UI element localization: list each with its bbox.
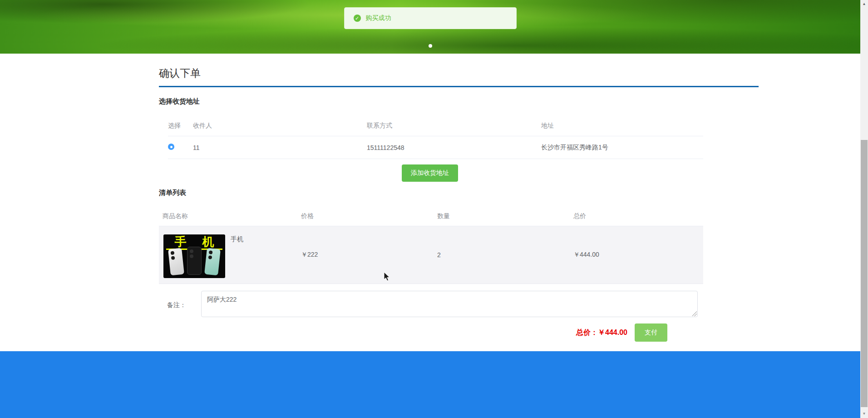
col-total: 总价	[573, 212, 703, 220]
cart-section-heading: 清单列表	[159, 189, 186, 197]
check-circle-icon: ✓	[354, 15, 361, 22]
address-row: 11 15111122548 长沙市开福区秀峰路1号	[168, 136, 703, 159]
order-summary: 总价：￥444.00 支付	[468, 323, 667, 342]
remark-label: 备注：	[167, 301, 186, 309]
scroll-up-arrow-icon[interactable]: ▲	[860, 1, 868, 7]
address-table-header: 选择 收件人 联系方式 地址	[168, 115, 703, 136]
address-section-heading: 选择收货地址	[159, 97, 200, 106]
price-cell: ￥222	[301, 251, 437, 259]
quantity-cell: 2	[437, 251, 573, 259]
order-confirm-panel: 确认下单 选择收货地址 选择 收件人 联系方式 地址 11 1511112254…	[0, 54, 860, 351]
col-price: 价格	[301, 212, 437, 220]
product-image: 手 机	[163, 234, 225, 278]
phone-black	[187, 247, 202, 275]
add-address-button[interactable]: 添加收货地址	[402, 164, 458, 182]
grand-total: 总价：￥444.00	[576, 328, 627, 338]
contact-cell: 15111122548	[367, 144, 541, 151]
col-quantity: 数量	[437, 212, 573, 220]
page-title: 确认下单	[159, 66, 201, 80]
cart-table: 商品名称 价格 数量 总价 手 机 手机 ￥222 2 ￥444.00	[159, 204, 703, 284]
pay-button[interactable]: 支付	[635, 323, 667, 342]
col-select: 选择	[168, 122, 193, 130]
carousel-indicator-dot[interactable]	[429, 44, 432, 48]
row-total-cell: ￥444.00	[573, 251, 703, 259]
toast-message: 购买成功	[366, 14, 391, 22]
col-address: 地址	[541, 122, 703, 130]
address-cell: 长沙市开福区秀峰路1号	[541, 144, 703, 152]
cart-table-header: 商品名称 价格 数量 总价	[159, 204, 703, 226]
cart-row: 手 机 手机 ￥222 2 ￥444.00	[159, 226, 703, 284]
scroll-down-arrow-icon[interactable]: ▼	[860, 411, 868, 417]
address-table: 选择 收件人 联系方式 地址 11 15111122548 长沙市开福区秀峰路1…	[168, 115, 703, 159]
address-radio-selected[interactable]	[168, 144, 174, 150]
title-divider	[159, 86, 759, 87]
vertical-scrollbar: ▲ ▼	[860, 0, 868, 418]
success-toast: ✓ 购买成功	[344, 7, 517, 29]
col-recipient: 收件人	[193, 122, 367, 130]
page: ✓ 购买成功 确认下单 选择收货地址 选择 收件人 联系方式 地址 11 151…	[0, 0, 868, 418]
product-name: 手机	[231, 235, 243, 244]
scrollbar-thumb[interactable]	[861, 140, 868, 407]
textarea-resize-handle[interactable]	[692, 311, 697, 316]
remark-textarea[interactable]: 阿萨大222	[201, 291, 698, 317]
phone-teal	[204, 248, 221, 276]
col-contact: 联系方式	[367, 122, 541, 130]
page-footer	[0, 351, 860, 418]
phone-white	[168, 248, 184, 276]
col-product-name: 商品名称	[159, 212, 301, 220]
carousel-banner: ✓ 购买成功	[0, 0, 860, 54]
recipient-cell: 11	[193, 144, 367, 151]
